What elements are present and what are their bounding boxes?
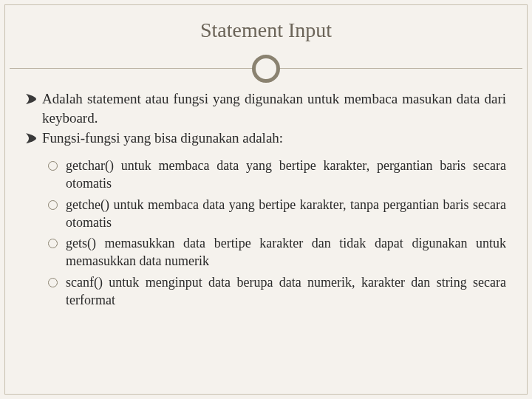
title-area: Statement Input — [5, 5, 527, 50]
content-area: Adalah statement atau fungsi yang diguna… — [5, 85, 527, 309]
divider — [5, 52, 527, 85]
list-item: Fungsi-fungsi yang bisa digunakan adalah… — [26, 129, 506, 148]
slide-frame: Statement Input Adalah statement atau fu… — [4, 4, 528, 395]
list-item: getchar() untuk membaca data yang bertip… — [48, 157, 506, 193]
list-item: gets() memasukkan data bertipe karakter … — [48, 234, 506, 270]
slide-title: Statement Input — [5, 18, 527, 42]
list-item: getche() untuk membaca data yang bertipe… — [48, 196, 506, 232]
main-list: Adalah statement atau fungsi yang diguna… — [26, 89, 506, 148]
list-item: Adalah statement atau fungsi yang diguna… — [26, 89, 506, 127]
divider-circle-icon — [252, 55, 280, 83]
sub-list: getchar() untuk membaca data yang bertip… — [26, 157, 506, 309]
list-item: scanf() untuk menginput data berupa data… — [48, 273, 506, 310]
